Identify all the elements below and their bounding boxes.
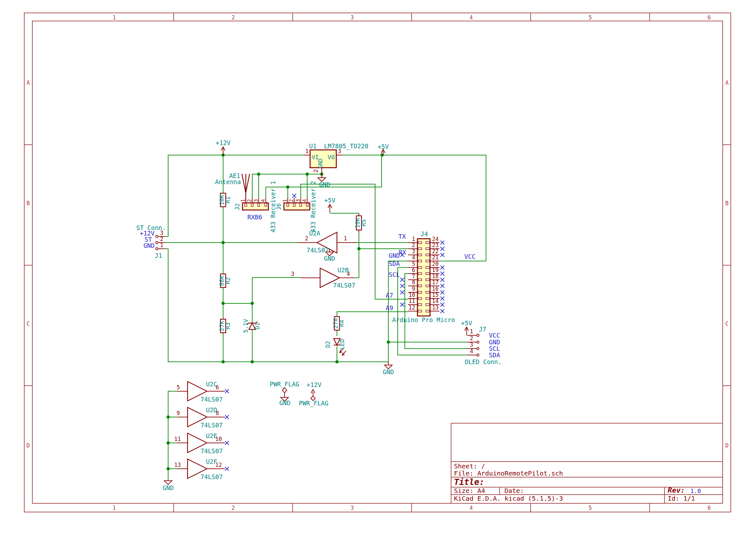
j4-pin23-num: 23 <box>432 242 439 248</box>
j2-pin3-num: 3 <box>253 199 259 202</box>
pwrflag2-label: PWR_FLAG <box>299 400 329 407</box>
frame-col-5-top: 5 <box>588 14 592 21</box>
j4-pin19-num: 19 <box>432 267 439 273</box>
frame-col-2-top: 2 <box>231 14 235 21</box>
j6-pin3-num: 3 <box>295 199 301 202</box>
power-label-5v-r5: +5V <box>324 197 335 204</box>
gnd-label-pwrflag: GND <box>279 399 290 406</box>
r5-value: 10K <box>354 218 361 228</box>
j4-pin21-num: 21 <box>432 254 439 261</box>
gnd-label-u1: GND <box>319 181 330 188</box>
frame-col-6-top: 6 <box>708 14 711 21</box>
u2f-pin13-num: 13 <box>174 462 181 468</box>
frame-row-d-left: D <box>27 442 30 449</box>
j4-value: Arduino Pro Micro <box>392 316 455 323</box>
j7-pin2-num: 2 <box>470 335 473 342</box>
u1-pin3-num: 3 <box>338 148 341 154</box>
frame-col-5-bottom: 5 <box>588 505 592 511</box>
frame-row-a-left: A <box>27 80 30 86</box>
net-label-sda: SDA <box>389 260 400 267</box>
j7-pin3-num: 3 <box>470 342 473 348</box>
j6-ref: J6 <box>275 203 282 210</box>
j4-ref: J4 <box>421 230 428 238</box>
net-label-a7: A7 <box>386 292 393 299</box>
j4-pin8-num: 8 <box>412 279 415 286</box>
j4-pin5-num: 5 <box>412 261 415 267</box>
r3-ref: R3 <box>225 322 231 329</box>
u2a-ref: U2A <box>309 230 320 237</box>
u2d-value: 74LS07 <box>201 421 223 429</box>
r4-ref: R4 <box>338 320 345 327</box>
j2-pin2-num: 2 <box>247 199 253 202</box>
j4-pin22-num: 22 <box>432 248 439 255</box>
j1-ref: J1 <box>155 252 162 259</box>
j7-pin1-num: 1 <box>470 328 473 335</box>
j7-pin3-name: SCL <box>489 345 500 352</box>
u1-pin1-num: 1 <box>305 148 309 154</box>
j6-pin1-num: 1 <box>282 199 288 202</box>
u2e-pin11-num: 11 <box>174 436 181 442</box>
text-layer: +12VU1LM7805_TO2201VIVO3GND2GND+5VAE1Ant… <box>27 14 729 511</box>
wire-12v <box>165 155 304 237</box>
j1-pin1-num: 1 <box>160 242 163 248</box>
power-label-5v-j7: +5V <box>461 319 472 327</box>
net-label-vcc: VCC <box>464 253 475 260</box>
gnd-symbol-bottom <box>385 362 392 369</box>
frame-row-d-right: D <box>725 442 729 449</box>
j4-pin9-num: 9 <box>412 286 415 292</box>
u2b-pin3-num: 3 <box>291 271 294 277</box>
j7-pin4-num: 4 <box>470 348 473 354</box>
u2b-value: 74LS07 <box>333 282 355 289</box>
j4-pin14-num: 14 <box>432 298 439 304</box>
j4-pin17-num: 17 <box>432 279 439 286</box>
wire-r-divider <box>223 207 301 362</box>
u2c-value: 74LS07 <box>201 396 223 403</box>
j4-pin16-num: 16 <box>432 286 439 292</box>
pwrflag-12v <box>311 389 315 400</box>
net-label-rx: RX <box>399 249 406 256</box>
d2-value: LED <box>338 339 345 350</box>
j4-pin7-num: 7 <box>412 273 415 279</box>
r1-ref: R1 <box>225 196 231 204</box>
net-label-a9: A9 <box>386 304 393 312</box>
frame-row-c-right: C <box>725 320 729 327</box>
net-label-scl: SCL <box>389 271 400 278</box>
j4-pin6-num: 6 <box>412 267 415 273</box>
u1-pin-gnd: GND <box>317 159 324 169</box>
net-label-gnd-j4: GND <box>389 252 400 259</box>
tb-size: Size: A4 <box>454 487 485 495</box>
d1-ref: D1 <box>254 322 261 329</box>
u2a-pin1-num: 1 <box>344 235 347 242</box>
pwrflag1-label: PWR_FLAG <box>270 381 299 388</box>
tb-file: File: ArduinoRemotePilot.sch <box>454 470 563 477</box>
power-12v-arrow <box>221 147 225 155</box>
power-label-5v-main: +5V <box>378 143 389 150</box>
j4-pin13-num: 13 <box>432 304 439 311</box>
net-label-tx: TX <box>398 233 406 240</box>
j7-pin2-name: GND <box>489 339 500 346</box>
j2-pin1-num: 1 <box>240 199 246 202</box>
j6-sheet-label: 433 Receiver 2 <box>310 181 316 233</box>
j7-pin1-name: VCC <box>489 332 500 339</box>
u2c-pin6-num: 6 <box>216 384 219 391</box>
sheet-frame <box>24 13 731 512</box>
u2f-pin12-num: 12 <box>215 462 222 468</box>
frame-col-1-bottom: 1 <box>113 505 116 511</box>
frame-col-4-bottom: 4 <box>470 505 473 511</box>
j4-pin12-num: 12 <box>409 304 415 311</box>
frame-col-6-bottom: 6 <box>708 505 711 511</box>
u2a-value: 74LS07 <box>307 246 329 254</box>
j4-pin15-num: 15 <box>432 292 439 298</box>
tb-rev-value: 1.0 <box>690 488 701 494</box>
tb-date: Date: <box>504 487 524 495</box>
u2e-value: 74LS07 <box>201 447 223 454</box>
j2-value: RXB6 <box>247 214 262 221</box>
u2f-value: 74LS07 <box>201 473 223 480</box>
ae1-value: Antenna <box>215 178 241 186</box>
tb-title: Title: <box>454 477 484 487</box>
frame-row-b-right: B <box>725 200 729 206</box>
j4-pin2-num: 2 <box>412 242 415 248</box>
j7-title: OLED Conn. <box>465 358 501 365</box>
u1-pin-vo: VO <box>328 154 335 161</box>
j4-pin10-num: 10 <box>409 292 415 298</box>
